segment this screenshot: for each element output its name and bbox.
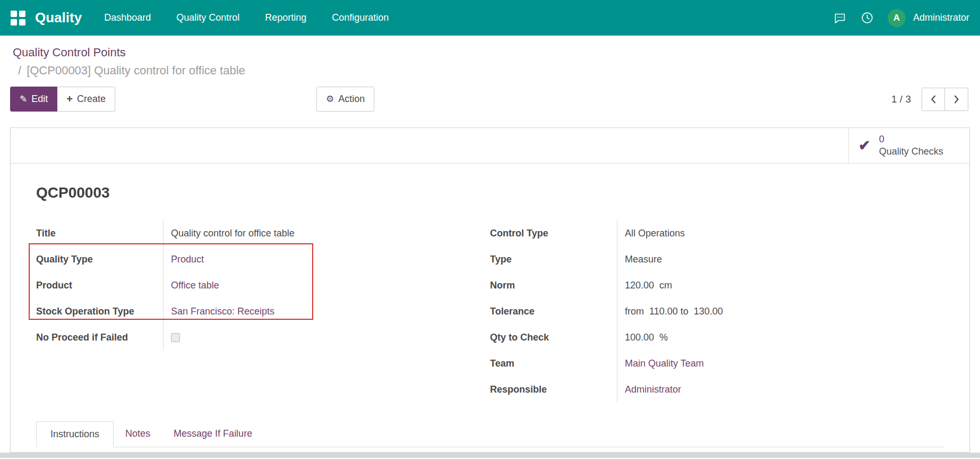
field-row-team: Team Main Quality Team <box>490 351 944 377</box>
field-row-qty-to-check: Qty to Check 100.00 % <box>490 325 944 351</box>
field-label: Tolerance <box>490 299 617 325</box>
tab-message-if-failure[interactable]: Message If Failure <box>162 421 264 447</box>
chevron-left-icon <box>931 95 936 104</box>
field-row-no-proceed-if-failed: No Proceed if Failed <box>36 325 490 351</box>
nav-item-quality-control[interactable]: Quality Control <box>176 12 239 23</box>
no-proceed-if-failed-checkbox[interactable] <box>171 333 180 342</box>
field-value-stock-operation-type[interactable]: San Francisco: Receipts <box>164 306 274 317</box>
breadcrumb-separator: / <box>18 63 21 78</box>
field-row-type: Type Measure <box>490 246 944 273</box>
breadcrumb: Quality Control Points / [QCP00003] Qual… <box>0 36 980 78</box>
notebook-tabs: Instructions Notes Message If Failure <box>36 421 944 447</box>
field-value-qty-to-check: 100.00 % <box>617 332 668 343</box>
stat-label: Quality Checks <box>879 146 943 158</box>
record-title: QCP00003 <box>36 184 944 202</box>
field-label: Title <box>36 220 164 246</box>
edit-button[interactable]: ✎ Edit <box>10 87 57 112</box>
field-value-title: Quality control for office table <box>164 228 295 239</box>
field-label: Qty to Check <box>490 325 617 351</box>
field-value-control-type: All Operations <box>617 228 685 239</box>
right-field-group: Control Type All Operations Type Measure… <box>490 220 944 403</box>
field-value-team[interactable]: Main Quality Team <box>617 358 704 369</box>
field-label: Quality Type <box>36 246 164 273</box>
field-row-quality-type: Quality Type Product <box>36 246 490 273</box>
top-navbar: Quality Dashboard Quality Control Report… <box>0 0 980 36</box>
field-value-product[interactable]: Office table <box>164 280 219 291</box>
field-value-responsible[interactable]: Administrator <box>617 384 681 395</box>
field-label: Responsible <box>490 377 617 403</box>
apps-menu-icon[interactable] <box>11 11 25 26</box>
pager-next-button[interactable] <box>945 88 968 111</box>
quality-checks-stat-button[interactable]: ✔ 0 Quality Checks <box>848 128 969 163</box>
form-sheet: ✔ 0 Quality Checks QCP00003 Title Qualit… <box>10 128 970 453</box>
control-panel: ✎ Edit + Create ⚙ Action 1 / 3 <box>10 87 968 112</box>
tab-notes[interactable]: Notes <box>114 421 162 447</box>
field-value-quality-type[interactable]: Product <box>164 254 204 265</box>
check-icon: ✔ <box>858 139 871 153</box>
field-row-control-type: Control Type All Operations <box>490 220 944 246</box>
pager-count: 1 / 3 <box>891 94 911 105</box>
gear-icon: ⚙ <box>326 94 334 105</box>
nav-item-dashboard[interactable]: Dashboard <box>104 12 151 23</box>
content-area: ✔ 0 Quality Checks QCP00003 Title Qualit… <box>0 112 980 453</box>
field-label: Stock Operation Type <box>36 299 164 325</box>
left-field-group: Title Quality control for office table Q… <box>36 220 490 403</box>
field-row-title: Title Quality control for office table <box>36 220 490 246</box>
pager-previous-button[interactable] <box>922 88 945 111</box>
pager: 1 / 3 <box>891 88 968 111</box>
create-button[interactable]: + Create <box>57 87 115 112</box>
pencil-icon: ✎ <box>20 94 27 105</box>
button-box: ✔ 0 Quality Checks <box>11 128 969 164</box>
field-row-responsible: Responsible Administrator <box>490 377 944 403</box>
nav-item-reporting[interactable]: Reporting <box>265 12 306 23</box>
stat-value: 0 <box>879 133 943 146</box>
field-row-norm: Norm 120.00 cm <box>490 273 944 299</box>
breadcrumb-parent-link[interactable]: Quality Control Points <box>13 45 968 60</box>
activities-clock-icon[interactable] <box>861 11 874 24</box>
tab-instructions[interactable]: Instructions <box>36 421 114 447</box>
plus-icon: + <box>66 93 73 105</box>
page-bottom-strip <box>0 453 980 458</box>
breadcrumb-current: [QCP00003] Quality control for office ta… <box>27 63 245 78</box>
field-value-norm: 120.00 cm <box>617 280 672 291</box>
field-label: Team <box>490 351 617 377</box>
chevron-right-icon <box>953 95 959 104</box>
field-label: Product <box>36 273 164 299</box>
user-name[interactable]: Administrator <box>913 12 969 23</box>
main-menu: Dashboard Quality Control Reporting Conf… <box>104 12 389 23</box>
field-label: No Proceed if Failed <box>36 325 164 351</box>
field-row-product: Product Office table <box>36 273 490 299</box>
messages-icon[interactable] <box>833 12 847 24</box>
field-value-tolerance: from 110.00 to 130.00 <box>617 306 723 317</box>
field-label: Norm <box>490 273 617 299</box>
user-avatar[interactable]: A <box>888 9 906 27</box>
field-value-type: Measure <box>617 254 662 265</box>
field-label: Control Type <box>490 220 617 246</box>
field-label: Type <box>490 246 617 273</box>
field-row-tolerance: Tolerance from 110.00 to 130.00 <box>490 299 944 325</box>
action-button[interactable]: ⚙ Action <box>316 87 374 112</box>
nav-item-configuration[interactable]: Configuration <box>332 12 389 23</box>
app-name[interactable]: Quality <box>35 10 82 26</box>
field-row-stock-operation-type: Stock Operation Type San Francisco: Rece… <box>36 299 490 325</box>
